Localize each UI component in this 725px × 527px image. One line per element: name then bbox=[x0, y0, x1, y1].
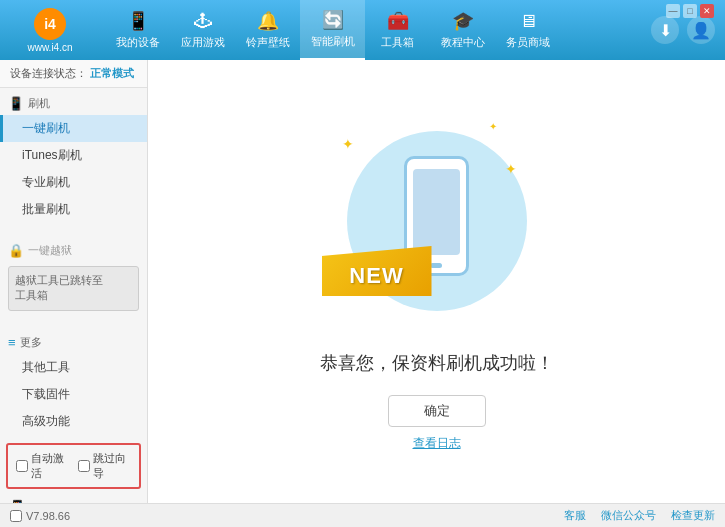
device-icon: 📱 bbox=[8, 499, 27, 503]
logo-icon: i4 bbox=[34, 8, 66, 40]
footer-left: V7.98.66 bbox=[10, 510, 70, 522]
device-name-row: 📱 iPhone 15 Pro Max bbox=[8, 499, 139, 503]
footer-check-update[interactable]: 检查更新 bbox=[671, 508, 715, 523]
log-link[interactable]: 查看日志 bbox=[413, 435, 461, 452]
more-section: ≡ 更多 其他工具 下载固件 高级功能 bbox=[0, 327, 147, 439]
tab-ringtones[interactable]: 🔔 铃声壁纸 bbox=[235, 0, 300, 60]
maximize-button[interactable]: □ bbox=[683, 4, 697, 18]
header: — □ ✕ i4 www.i4.cn 📱 我的设备 🕹 应用游戏 🔔 铃声壁纸 … bbox=[0, 0, 725, 60]
success-message: 恭喜您，保资料刷机成功啦！ bbox=[320, 351, 554, 375]
quick-guide-label[interactable]: 跳过向导 bbox=[78, 451, 132, 481]
success-illustration: ✦ ✦ ✦ NEW bbox=[337, 111, 537, 331]
tab-tutorials[interactable]: 🎓 教程中心 bbox=[430, 0, 495, 60]
smart-flash-icon: 🔄 bbox=[322, 9, 344, 31]
jailbreak-info-box: 越狱工具已跳转至工具箱 bbox=[8, 266, 139, 311]
toolbox-icon: 🧰 bbox=[387, 10, 409, 32]
status-mode: 正常模式 bbox=[90, 67, 134, 79]
more-section-header[interactable]: ≡ 更多 bbox=[0, 331, 147, 354]
tab-my-device[interactable]: 📱 我的设备 bbox=[105, 0, 170, 60]
logo: i4 www.i4.cn bbox=[10, 8, 90, 53]
new-banner: NEW bbox=[322, 246, 432, 301]
footer-customer-service[interactable]: 客服 bbox=[564, 508, 586, 523]
sidebar-item-itunes-flash[interactable]: iTunes刷机 bbox=[0, 142, 147, 169]
sparkle-3: ✦ bbox=[489, 121, 497, 132]
phone-home-button bbox=[430, 263, 442, 268]
tutorials-icon: 🎓 bbox=[452, 10, 474, 32]
sidebar-item-batch-flash[interactable]: 批量刷机 bbox=[0, 196, 147, 223]
tab-tutorials-label: 教程中心 bbox=[441, 35, 485, 50]
quick-guide-checkbox[interactable] bbox=[78, 460, 90, 472]
sidebar-item-advanced[interactable]: 高级功能 bbox=[0, 408, 147, 435]
nav-tabs: 📱 我的设备 🕹 应用游戏 🔔 铃声壁纸 🔄 智能刷机 🧰 工具箱 🎓 教程中心… bbox=[105, 0, 651, 60]
new-ribbon: NEW bbox=[322, 246, 432, 296]
flash-section-label: 刷机 bbox=[28, 96, 50, 111]
tab-toolbox-label: 工具箱 bbox=[381, 35, 414, 50]
auto-activate-row: 自动激活 跳过向导 bbox=[6, 443, 141, 489]
sidebar-item-download-firmware[interactable]: 下载固件 bbox=[0, 381, 147, 408]
sidebar: 设备连接状态： 正常模式 📱 刷机 一键刷机 iTunes刷机 专业刷机 批量刷… bbox=[0, 60, 148, 503]
sidebar-item-pro-flash[interactable]: 专业刷机 bbox=[0, 169, 147, 196]
auto-activate-checkbox[interactable] bbox=[16, 460, 28, 472]
new-text: NEW bbox=[349, 263, 403, 289]
content-area: ✦ ✦ ✦ NEW 恭喜您，保资料刷机成功啦！ 确定 查看日志 bbox=[148, 60, 725, 503]
footer: V7.98.66 客服 微信公众号 检查更新 bbox=[0, 503, 725, 527]
close-button[interactable]: ✕ bbox=[700, 4, 714, 18]
jailbreak-section-label: 一键越狱 bbox=[28, 243, 72, 258]
footer-right: 客服 微信公众号 检查更新 bbox=[564, 508, 715, 523]
sidebar-item-one-click-flash[interactable]: 一键刷机 bbox=[0, 115, 147, 142]
header-right: ⬇ 👤 bbox=[651, 16, 715, 44]
my-device-icon: 📱 bbox=[127, 10, 149, 32]
phone-screen bbox=[413, 169, 460, 255]
flash-section: 📱 刷机 一键刷机 iTunes刷机 专业刷机 批量刷机 bbox=[0, 88, 147, 227]
status-label: 设备连接状态： bbox=[10, 67, 87, 79]
tab-my-device-label: 我的设备 bbox=[116, 35, 160, 50]
footer-version: V7.98.66 bbox=[26, 510, 70, 522]
tab-apps-games[interactable]: 🕹 应用游戏 bbox=[170, 0, 235, 60]
flash-section-header[interactable]: 📱 刷机 bbox=[0, 92, 147, 115]
download-icon: ⬇ bbox=[659, 21, 672, 40]
window-controls: — □ ✕ bbox=[666, 4, 714, 18]
services-icon: 🖥 bbox=[519, 11, 537, 32]
device-info: 📱 iPhone 15 Pro Max 512GB iPhone bbox=[0, 493, 147, 503]
device-name: iPhone 15 Pro Max bbox=[31, 501, 138, 503]
tab-smart-flash[interactable]: 🔄 智能刷机 bbox=[300, 0, 365, 60]
auto-activate-label[interactable]: 自动激活 bbox=[16, 451, 70, 481]
footer-wechat[interactable]: 微信公众号 bbox=[601, 508, 656, 523]
apps-games-icon: 🕹 bbox=[194, 11, 212, 32]
flash-section-icon: 📱 bbox=[8, 96, 24, 111]
sparkle-1: ✦ bbox=[342, 136, 354, 152]
tab-ringtones-label: 铃声壁纸 bbox=[246, 35, 290, 50]
jailbreak-info-text: 越狱工具已跳转至工具箱 bbox=[15, 274, 103, 301]
jailbreak-section-header[interactable]: 🔒 一键越狱 bbox=[0, 239, 147, 262]
more-section-label: 更多 bbox=[20, 335, 42, 350]
tab-services[interactable]: 🖥 务员商域 bbox=[495, 0, 560, 60]
status-bar: 设备连接状态： 正常模式 bbox=[0, 60, 147, 88]
more-icon: ≡ bbox=[8, 335, 16, 350]
logo-subtitle: www.i4.cn bbox=[27, 42, 72, 53]
lock-icon: 🔒 bbox=[8, 243, 24, 258]
download-button[interactable]: ⬇ bbox=[651, 16, 679, 44]
tab-services-label: 务员商域 bbox=[506, 35, 550, 50]
user-button[interactable]: 👤 bbox=[687, 16, 715, 44]
footer-checkbox[interactable] bbox=[10, 510, 22, 522]
sparkle-2: ✦ bbox=[505, 161, 517, 177]
confirm-button[interactable]: 确定 bbox=[388, 395, 486, 427]
main-layout: 设备连接状态： 正常模式 📱 刷机 一键刷机 iTunes刷机 专业刷机 批量刷… bbox=[0, 60, 725, 503]
minimize-button[interactable]: — bbox=[666, 4, 680, 18]
tab-apps-games-label: 应用游戏 bbox=[181, 35, 225, 50]
tab-toolbox[interactable]: 🧰 工具箱 bbox=[365, 0, 430, 60]
sidebar-item-other-tools[interactable]: 其他工具 bbox=[0, 354, 147, 381]
ringtones-icon: 🔔 bbox=[257, 10, 279, 32]
jailbreak-section: 🔒 一键越狱 越狱工具已跳转至工具箱 bbox=[0, 235, 147, 319]
tab-smart-flash-label: 智能刷机 bbox=[311, 34, 355, 49]
user-icon: 👤 bbox=[691, 21, 711, 40]
